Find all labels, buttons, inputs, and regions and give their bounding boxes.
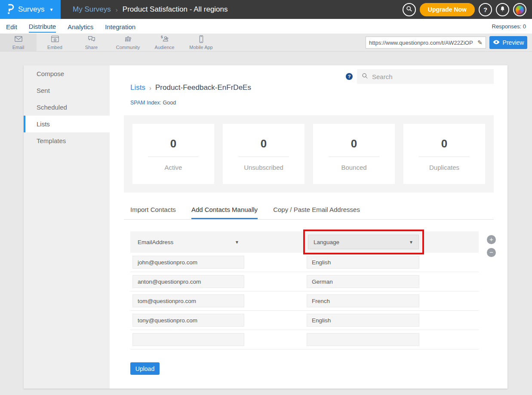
- email-column-select[interactable]: EmailAddress ▼: [132, 235, 244, 249]
- eye-icon: [493, 39, 500, 46]
- list-search-row: ?: [346, 69, 494, 84]
- contact-email-input[interactable]: [132, 294, 244, 307]
- chevron-down-icon: ▼: [409, 240, 413, 245]
- audience-icon: $: [160, 35, 169, 44]
- add-row-button[interactable]: +: [487, 235, 496, 244]
- divider: [238, 156, 289, 157]
- edit-pencil-icon[interactable]: ✎: [477, 39, 483, 46]
- stat-value: 0: [170, 137, 176, 150]
- mobile-app-icon: [197, 35, 206, 44]
- survey-title: Product Satisfaction - All regions: [123, 5, 228, 14]
- contact-language-input[interactable]: [307, 314, 419, 327]
- preview-label: Preview: [503, 39, 524, 46]
- contact-row: [130, 291, 479, 311]
- sidebar-item-templates[interactable]: Templates: [24, 132, 110, 149]
- stat-value: 0: [261, 137, 267, 150]
- list-name: Product-Feedback-EnFrDeEs: [155, 83, 251, 92]
- channel-label: Share: [85, 45, 98, 50]
- contact-language-input[interactable]: [307, 275, 419, 288]
- upload-button[interactable]: Upload: [130, 362, 160, 375]
- contact-row: [130, 330, 479, 349]
- contact-email-input[interactable]: [132, 333, 244, 346]
- svg-text:$: $: [160, 35, 163, 39]
- upgrade-now-button[interactable]: Upgrade Now: [420, 3, 475, 16]
- email-sidebar: Compose Sent Scheduled Lists Templates: [24, 65, 110, 389]
- channel-label: Email: [12, 45, 25, 50]
- survey-url-input[interactable]: [369, 40, 477, 46]
- tab-copy-paste-email[interactable]: Copy / Paste Email Addresses: [273, 206, 360, 219]
- search-button[interactable]: [403, 3, 416, 16]
- contact-language-input[interactable]: [307, 333, 419, 346]
- top-header: Surveys ▼ My Surveys › Product Satisfact…: [0, 0, 532, 19]
- stat-value: 0: [441, 137, 447, 150]
- chevron-right-icon: ›: [116, 6, 118, 13]
- stat-label: Bounced: [341, 164, 366, 171]
- stat-label: Active: [165, 164, 182, 171]
- tab-integration[interactable]: Integration: [105, 21, 135, 32]
- contacts-tabs: Import Contacts Add Contacts Manually Co…: [124, 206, 494, 220]
- survey-nav: Edit Distribute Analytics Integration Re…: [0, 19, 532, 34]
- sidebar-item-scheduled[interactable]: Scheduled: [24, 99, 110, 116]
- distribute-toolbar: Email Embed Share Community $ Audience M…: [0, 34, 532, 52]
- contact-row: [130, 272, 479, 291]
- channel-audience[interactable]: $ Audience: [146, 34, 183, 51]
- channel-label: Community: [116, 45, 140, 50]
- channel-label: Audience: [155, 45, 175, 50]
- contact-language-input[interactable]: [307, 294, 419, 307]
- tab-edit[interactable]: Edit: [6, 21, 17, 32]
- channel-share[interactable]: Share: [73, 34, 110, 51]
- tab-add-contacts-manually[interactable]: Add Contacts Manually: [191, 206, 258, 219]
- help-button[interactable]: ?: [479, 3, 492, 16]
- responses-count[interactable]: Responses: 0: [492, 23, 532, 30]
- language-column-select[interactable]: Language ▼: [308, 235, 419, 249]
- tab-import-contacts[interactable]: Import Contacts: [130, 206, 176, 219]
- bell-icon: [499, 6, 506, 13]
- help-tooltip-icon[interactable]: ?: [346, 73, 353, 80]
- sidebar-item-sent[interactable]: Sent: [24, 82, 110, 99]
- embed-icon: [50, 35, 60, 44]
- channel-embed[interactable]: Embed: [37, 34, 73, 51]
- stat-card-active: 0 Active: [132, 124, 214, 184]
- stat-label: Unsubscribed: [244, 164, 283, 171]
- community-icon: [123, 35, 133, 44]
- contact-email-input[interactable]: [132, 275, 244, 288]
- chevron-right-icon: ›: [149, 84, 151, 92]
- contacts-table-header: EmailAddress ▼ Language ▼: [130, 231, 479, 253]
- search-icon: [362, 73, 368, 81]
- list-search-box: [357, 69, 494, 84]
- chevron-down-icon: ▼: [235, 240, 239, 245]
- divider: [148, 156, 199, 157]
- language-column-highlight: Language ▼: [303, 230, 424, 254]
- breadcrumb-my-surveys-link[interactable]: My Surveys: [73, 5, 111, 14]
- header-actions: Upgrade Now ?: [403, 3, 532, 16]
- contact-email-input[interactable]: [132, 256, 244, 269]
- questionpro-logo-icon: [6, 3, 14, 16]
- tab-distribute[interactable]: Distribute: [29, 20, 56, 33]
- channel-email[interactable]: Email: [0, 34, 37, 51]
- preview-button[interactable]: Preview: [489, 36, 527, 49]
- selected-option: Language: [314, 239, 339, 245]
- contact-row: [130, 311, 479, 330]
- remove-row-button[interactable]: −: [487, 248, 496, 257]
- survey-url-field: ✎: [366, 37, 486, 49]
- channel-community[interactable]: Community: [110, 34, 146, 51]
- contact-email-input[interactable]: [132, 314, 244, 327]
- breadcrumb-lists-link[interactable]: Lists: [130, 83, 145, 92]
- list-search-input[interactable]: [372, 73, 489, 80]
- survey-breadcrumb: My Surveys › Product Satisfaction - All …: [73, 5, 228, 14]
- spam-index: SPAM Index: Good: [130, 100, 176, 106]
- account-avatar[interactable]: [513, 3, 526, 16]
- list-breadcrumb: Lists › Product-Feedback-EnFrDeEs: [130, 83, 251, 92]
- brand-menu[interactable]: Surveys ▼: [0, 0, 61, 19]
- sidebar-item-compose[interactable]: Compose: [24, 65, 110, 82]
- lists-panel: Compose Sent Scheduled Lists Templates ?…: [24, 65, 507, 389]
- divider: [419, 156, 470, 157]
- channel-mobile-app[interactable]: Mobile App: [183, 34, 219, 51]
- contact-language-input[interactable]: [307, 256, 419, 269]
- sidebar-item-lists[interactable]: Lists: [24, 116, 110, 132]
- share-icon: [87, 35, 96, 44]
- question-mark-icon: ?: [483, 6, 487, 13]
- notifications-button[interactable]: [496, 3, 509, 16]
- tab-analytics[interactable]: Analytics: [68, 21, 93, 32]
- search-icon: [406, 6, 412, 13]
